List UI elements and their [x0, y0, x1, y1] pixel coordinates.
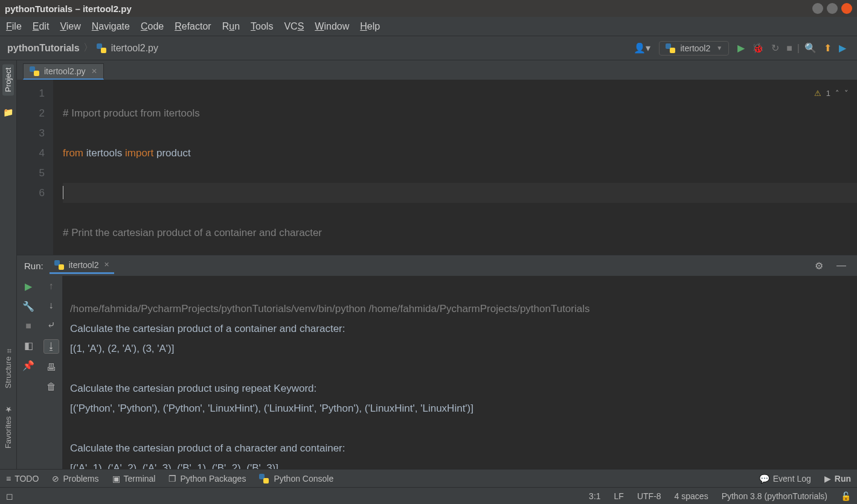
- list-icon: ≡: [6, 474, 11, 483]
- hide-toolwindow-icon[interactable]: —: [836, 260, 846, 271]
- run-tab-label: itertool2: [69, 260, 99, 270]
- window-maximize-button[interactable]: [827, 3, 838, 14]
- run-title: Run:: [24, 261, 43, 271]
- up-arrow-icon[interactable]: ↑: [49, 281, 54, 292]
- window-titlebar: pythonTutorials – itertool2.py: [0, 0, 857, 17]
- run-toolwindow: Run: itertool2 ✕ ⚙ — ▶ 🔧 ■ ◧ 📌: [17, 255, 857, 469]
- run-header: Run: itertool2 ✕ ⚙ —: [17, 255, 857, 276]
- chevron-up-icon[interactable]: ˄: [835, 83, 839, 103]
- bottom-python-console[interactable]: Python Console: [259, 474, 333, 483]
- layout-icon[interactable]: ◧: [24, 340, 33, 351]
- stop-button[interactable]: ■: [786, 43, 792, 54]
- breadcrumb-separator: 〉: [83, 42, 93, 54]
- pin-icon[interactable]: 📌: [22, 360, 34, 371]
- left-tool-gutter: Project 📁 Structure ⌗ Favorites ★: [0, 60, 17, 469]
- print-icon[interactable]: 🖶: [47, 362, 56, 373]
- run-toolbar-left: ▶ 🔧 ■ ◧ 📌: [17, 276, 40, 469]
- menu-view[interactable]: View: [60, 21, 80, 32]
- breadcrumb-project[interactable]: pythonTutorials: [7, 43, 80, 54]
- menu-tools[interactable]: Tools: [251, 21, 273, 32]
- python-icon: [666, 43, 675, 53]
- debug-button[interactable]: 🐞: [752, 42, 764, 54]
- editor-tab-label: itertool2.py: [44, 66, 85, 76]
- stop-button[interactable]: ■: [25, 321, 31, 331]
- code-editor[interactable]: 1 2 3 4 5 6 # Import product from iterto…: [17, 80, 857, 255]
- wrench-icon[interactable]: 🔧: [22, 301, 34, 312]
- toolwindow-structure[interactable]: Structure ⌗: [4, 344, 13, 391]
- menu-vcs[interactable]: VCS: [284, 21, 304, 32]
- run-coverage-button[interactable]: ↻: [771, 42, 779, 54]
- chevron-down-icon[interactable]: ˅: [844, 83, 849, 103]
- run-config-name: itertool2: [680, 43, 710, 53]
- run-toolbar-console: ↑ ↓ ⤶ ⭳ 🖶 🗑: [40, 276, 63, 469]
- main-menubar: File Edit View Navigate Code Refactor Ru…: [0, 17, 857, 36]
- terminal-icon: ▣: [112, 474, 120, 483]
- window-minimize-button[interactable]: [812, 3, 823, 14]
- window-title: pythonTutorials – itertool2.py: [5, 4, 132, 14]
- status-bar: ◻ 3:1 LF UTF-8 4 spaces Python 3.8 (pyth…: [0, 487, 857, 504]
- folder-icon[interactable]: 📁: [3, 107, 13, 117]
- caret-position[interactable]: 3:1: [589, 491, 600, 501]
- down-arrow-icon[interactable]: ↓: [49, 300, 54, 311]
- play-icon: ▶: [824, 474, 831, 483]
- packages-icon: ❒: [169, 474, 176, 483]
- bottom-toolbar: ≡TODO ⊘Problems ▣Terminal ❒Python Packag…: [0, 469, 857, 487]
- indent-settings[interactable]: 4 spaces: [675, 491, 708, 501]
- toolwindow-favorites[interactable]: Favorites ★: [4, 403, 13, 451]
- python-interpreter[interactable]: Python 3.8 (pythonTutorials): [722, 491, 827, 501]
- python-icon: [259, 474, 269, 483]
- line-number-gutter: 1 2 3 4 5 6: [17, 80, 53, 255]
- warning-count: 1: [826, 83, 830, 103]
- ide-scripting-button[interactable]: ▶: [839, 42, 846, 54]
- bottom-problems[interactable]: ⊘Problems: [52, 474, 98, 483]
- delete-icon[interactable]: 🗑: [47, 381, 56, 392]
- toolwindows-icon[interactable]: ◻: [6, 491, 13, 501]
- bottom-terminal[interactable]: ▣Terminal: [112, 474, 156, 483]
- python-file-icon: [30, 66, 39, 76]
- error-icon: ⊘: [52, 474, 59, 483]
- search-everywhere-button[interactable]: 🔍: [804, 42, 817, 54]
- warning-icon: ⚠: [814, 83, 821, 103]
- bottom-todo[interactable]: ≡TODO: [6, 474, 39, 483]
- bottom-python-packages[interactable]: ❒Python Packages: [169, 474, 246, 483]
- rerun-button[interactable]: ▶: [25, 281, 32, 292]
- update-button[interactable]: ⬆: [824, 42, 832, 54]
- menu-help[interactable]: Help: [360, 21, 380, 32]
- lock-icon[interactable]: 🔓: [841, 491, 851, 501]
- scroll-to-end-icon[interactable]: ⭳: [43, 339, 59, 354]
- menu-navigate[interactable]: Navigate: [92, 21, 130, 32]
- code-area[interactable]: # Import product from itertools from ite…: [53, 80, 857, 255]
- python-file-icon: [97, 43, 106, 53]
- chat-icon: 💬: [759, 474, 769, 483]
- run-tab[interactable]: itertool2 ✕: [50, 258, 114, 274]
- inspection-widget[interactable]: ⚠ 1 ˄ ˅: [814, 83, 849, 103]
- python-icon: [54, 260, 64, 270]
- menu-run[interactable]: Run: [222, 21, 240, 32]
- close-tab-icon[interactable]: ✕: [91, 67, 97, 75]
- breadcrumb: pythonTutorials 〉 itertool2.py: [7, 42, 158, 54]
- editor-tab[interactable]: itertool2.py ✕: [23, 63, 104, 80]
- menu-window[interactable]: Window: [315, 21, 349, 32]
- file-encoding[interactable]: UTF-8: [637, 491, 661, 501]
- navigation-bar: pythonTutorials 〉 itertool2.py 👤▾ iterto…: [0, 36, 857, 60]
- editor-tabbar: itertool2.py ✕: [17, 60, 857, 80]
- toolwindow-project[interactable]: Project: [2, 64, 14, 95]
- run-configuration-selector[interactable]: itertool2 ▼: [659, 41, 729, 56]
- menu-refactor[interactable]: Refactor: [175, 21, 211, 32]
- menu-code[interactable]: Code: [141, 21, 164, 32]
- dropdown-icon: ▼: [716, 45, 722, 51]
- bottom-event-log[interactable]: 💬Event Log: [759, 474, 811, 483]
- soft-wrap-icon[interactable]: ⤶: [47, 319, 55, 331]
- bottom-run[interactable]: ▶Run: [824, 474, 851, 483]
- line-separator[interactable]: LF: [614, 491, 624, 501]
- settings-icon[interactable]: ⚙: [815, 260, 823, 272]
- run-button[interactable]: ▶: [737, 42, 745, 54]
- menu-edit[interactable]: Edit: [33, 21, 50, 32]
- breadcrumb-file[interactable]: itertool2.py: [111, 43, 158, 54]
- text-caret: [63, 186, 63, 199]
- menu-file[interactable]: File: [6, 21, 22, 32]
- add-configuration-icon[interactable]: 👤▾: [634, 42, 650, 54]
- close-icon[interactable]: ✕: [104, 261, 109, 269]
- console-output[interactable]: /home/fahmida/PycharmProjects/pythonTuto…: [63, 276, 857, 469]
- window-close-button[interactable]: [841, 3, 852, 14]
